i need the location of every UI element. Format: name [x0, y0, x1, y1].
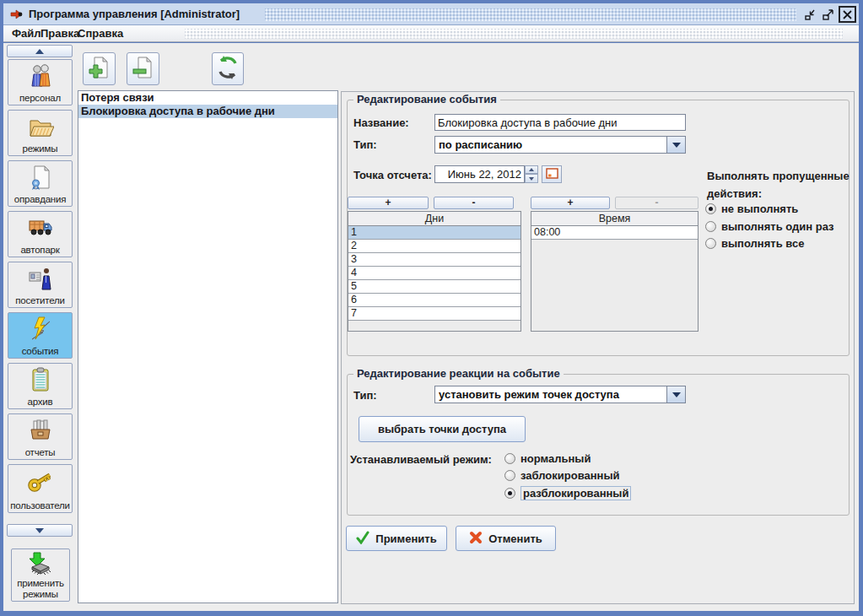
sidebar-item-events[interactable]: события [8, 312, 73, 359]
reaction-type-combobox[interactable]: установить режим точек доступа [434, 386, 686, 403]
radio-icon [504, 470, 515, 481]
sidebar-item-reports[interactable]: отчеты [8, 413, 73, 460]
days-add-button[interactable]: + [348, 197, 429, 209]
table-row[interactable]: 2 [348, 240, 520, 253]
sidebar-item-users[interactable]: пользователи [8, 464, 73, 513]
menu-help[interactable]: Справка [78, 27, 123, 40]
times-add-button[interactable]: + [531, 197, 610, 209]
type-label: Тип: [353, 138, 377, 151]
chevron-down-icon [672, 392, 681, 397]
triangle-up-icon [529, 168, 534, 171]
sidebar-item-personnel[interactable]: персонал [8, 59, 73, 105]
button-label: Отменить [488, 532, 542, 545]
calendar-icon [546, 167, 558, 182]
reaction-type-label: Тип: [353, 389, 377, 402]
sidebar-item-label: оправдания [8, 194, 72, 204]
origin-date-spinner[interactable]: Июнь 22, 2012 [434, 165, 525, 183]
radio-selected-icon [705, 203, 716, 214]
menubar-texture [185, 29, 843, 39]
origin-label: Точка отсчета: [353, 169, 432, 181]
people-icon [27, 62, 54, 93]
table-row[interactable]: 6 [348, 294, 520, 307]
combobox-arrow-button[interactable] [666, 137, 685, 153]
combobox-arrow-button[interactable] [666, 386, 685, 403]
missed-actions-label-1: Выполнять пропущенные [707, 170, 850, 182]
event-type-combobox[interactable]: по расписанию [434, 136, 686, 154]
clipboard-icon [27, 366, 54, 397]
sidebar-item-label: отчеты [8, 447, 72, 457]
folder-icon [27, 113, 54, 143]
refresh-button[interactable] [212, 52, 244, 85]
triangle-up-icon [35, 49, 44, 54]
sidebar-item-fleet[interactable]: автопарк [8, 211, 73, 257]
radio-mode-blocked[interactable]: заблокированный [504, 469, 619, 482]
table-row[interactable]: 3 [348, 253, 520, 267]
table-row[interactable]: 5 [348, 280, 520, 294]
triangle-down-icon [35, 528, 44, 533]
radio-option-execute-all[interactable]: выполнять все [705, 237, 804, 250]
apply-modes-button[interactable]: применить режимы [11, 548, 70, 602]
radio-mode-unblocked[interactable]: разблокированный [504, 486, 631, 500]
sidebar-item-label: режимы [8, 143, 72, 154]
radio-mode-normal[interactable]: нормальный [504, 452, 591, 465]
card-file-icon [27, 417, 54, 447]
add-event-button[interactable] [83, 52, 116, 85]
menu-file[interactable]: Файл [12, 27, 41, 40]
add-document-icon [88, 56, 111, 83]
sidebar-item-modes[interactable]: режимы [8, 110, 73, 156]
days-remove-button[interactable]: - [434, 197, 514, 209]
remove-document-icon [132, 56, 155, 83]
cancel-x-icon [469, 531, 483, 547]
truck-icon [27, 214, 54, 245]
chevron-down-icon [672, 143, 681, 148]
missed-actions-label-2: действия: [707, 187, 762, 200]
table-row[interactable]: 08:00 [531, 226, 698, 240]
times-table: Время 08:00 [531, 211, 698, 332]
menu-edit[interactable]: Правка [40, 27, 79, 40]
radio-option-no-execute[interactable]: не выполнять [705, 203, 798, 215]
sidebar-item-visitors[interactable]: посетители [8, 262, 73, 308]
cancel-button[interactable]: Отменить [456, 526, 556, 551]
spinner-down-button[interactable] [525, 174, 538, 183]
visitor-badge-icon [27, 265, 54, 295]
sidebar-item-excuses[interactable]: оправдания [8, 160, 73, 207]
combobox-value: по расписанию [435, 137, 666, 153]
table-row[interactable]: 4 [348, 267, 520, 280]
button-label: Применить [375, 532, 436, 545]
times-table-header: Время [531, 212, 698, 226]
sidebar-scroll-up-button[interactable] [7, 45, 73, 57]
sidebar-item-label: персонал [8, 93, 72, 103]
sidebar-item-archive[interactable]: архив [8, 363, 73, 409]
remove-event-button[interactable] [127, 52, 159, 85]
table-row-selected[interactable]: 1 [348, 226, 520, 240]
sidebar-scroll-down-button[interactable] [7, 524, 73, 537]
certificate-icon [27, 164, 54, 194]
title-bar: Программа управления [Administrator] [3, 3, 859, 25]
spinner-buttons [525, 165, 538, 183]
radio-icon [504, 453, 515, 464]
list-item[interactable]: Потеря связи [78, 91, 337, 105]
check-icon [356, 531, 369, 547]
sidebar-item-label: автопарк [8, 245, 72, 255]
radio-option-execute-once[interactable]: выполнять один раз [705, 220, 834, 233]
close-button[interactable] [839, 6, 856, 23]
calendar-button[interactable] [542, 165, 562, 183]
table-row[interactable]: 7 [348, 307, 520, 321]
button-label: выбрать точки доступа [378, 423, 506, 435]
iconify-button[interactable] [803, 8, 817, 21]
spinner-up-button[interactable] [525, 165, 538, 174]
window-title: Программа управления [Administrator] [29, 8, 240, 20]
days-table: Дни 1 2 3 4 5 6 7 [348, 211, 521, 332]
refresh-icon [215, 55, 240, 84]
apply-button[interactable]: Применить [346, 526, 447, 551]
apply-modes-label-2: режимы [12, 589, 69, 599]
radio-icon [705, 238, 716, 249]
name-label: Название: [353, 116, 409, 129]
menu-bar: Файл Правка Справка [3, 25, 859, 42]
sidebar-item-label: посетители [8, 295, 72, 305]
select-access-points-button[interactable]: выбрать точки доступа [359, 416, 526, 442]
event-name-input[interactable] [434, 114, 686, 131]
list-item-selected[interactable]: Блокировка доступа в рабочие дни [78, 105, 337, 118]
radio-icon [705, 221, 716, 232]
maximize-button[interactable] [821, 8, 835, 22]
